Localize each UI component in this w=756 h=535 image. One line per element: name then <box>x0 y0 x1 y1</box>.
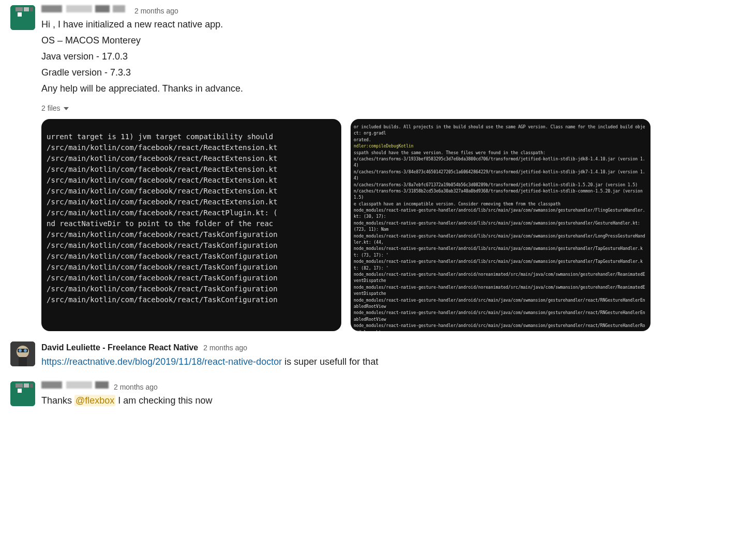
avatar[interactable] <box>10 381 35 406</box>
message-line: Gradle version - 7.3.3 <box>41 66 746 80</box>
files-label-text: 2 files <box>41 103 61 114</box>
user-mention[interactable]: @flexbox <box>74 395 115 406</box>
author-name[interactable]: David Leuliette - Freelance React Native <box>41 341 198 354</box>
author-name-redacted[interactable] <box>41 381 109 390</box>
files-toggle[interactable]: 2 files <box>41 103 69 114</box>
message-body: 2 months ago Hi , I have initialized a n… <box>41 5 746 331</box>
svg-point-4 <box>24 349 27 352</box>
message-text: https://reactnative.dev/blog/2019/11/18/… <box>41 355 746 369</box>
message-line: Java version - 17.0.3 <box>41 50 746 64</box>
attachment-image[interactable]: urrent target is 11) jvm target compatib… <box>41 119 341 331</box>
message: 2 months ago Thanks @flexbox I am checki… <box>10 381 746 410</box>
message: David Leuliette - Freelance React Native… <box>10 341 746 371</box>
avatar[interactable] <box>10 341 35 366</box>
message-header: 2 months ago <box>41 5 746 17</box>
message-line: Any help will be appreciated. Thanks in … <box>41 82 746 96</box>
svg-rect-5 <box>19 357 27 366</box>
svg-point-3 <box>19 349 22 352</box>
attachments-row: urrent target is 11) jvm target compatib… <box>41 119 746 331</box>
author-name-redacted[interactable] <box>41 5 129 13</box>
attachment-image[interactable]: or included builds. All projects in the … <box>351 119 651 331</box>
message-body: 2 months ago Thanks @flexbox I am checki… <box>41 381 746 410</box>
message-line: Thanks <box>41 395 74 406</box>
message-line: is super usefull for that <box>282 356 378 367</box>
avatar[interactable] <box>10 5 35 30</box>
message-timestamp[interactable]: 2 months ago <box>114 382 158 393</box>
message-timestamp[interactable]: 2 months ago <box>134 6 178 17</box>
message-line: I am checking this now <box>115 395 212 406</box>
message-text: Thanks @flexbox I am checking this now <box>41 394 746 408</box>
message-text: Hi , I have initialized a new react nati… <box>41 18 746 96</box>
message-header: 2 months ago <box>41 381 746 393</box>
message-body: David Leuliette - Freelance React Native… <box>41 341 746 371</box>
message-timestamp[interactable]: 2 months ago <box>203 343 247 353</box>
caret-down-icon <box>64 107 69 110</box>
message-link[interactable]: https://reactnative.dev/blog/2019/11/18/… <box>41 356 282 367</box>
message: 2 months ago Hi , I have initialized a n… <box>10 5 746 331</box>
message-line: Hi , I have initialized a new react nati… <box>41 18 746 32</box>
message-header: David Leuliette - Freelance React Native… <box>41 341 746 354</box>
message-line: OS – MACOS Monterey <box>41 34 746 48</box>
